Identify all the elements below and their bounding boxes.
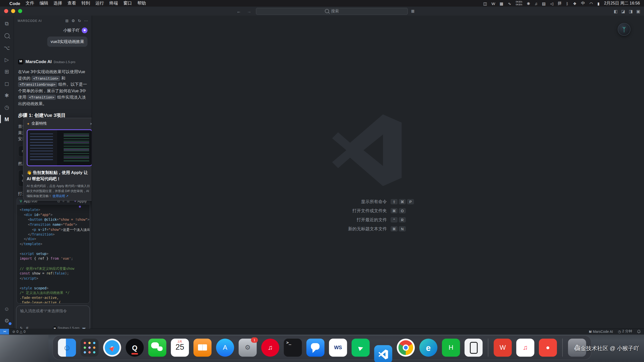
wechat-input-icon: ▶ bbox=[352, 339, 370, 357]
floating-assistant-button[interactable]: ᛉ bbox=[618, 23, 631, 36]
zoom-window-button[interactable] bbox=[18, 9, 22, 13]
more-actions-icon[interactable]: ⋯ bbox=[84, 18, 88, 23]
dock-wps-red[interactable]: W bbox=[494, 339, 512, 357]
new-chat-icon[interactable]: ⊞ bbox=[65, 18, 69, 23]
code-line: import { ref } from 'vue'; bbox=[20, 257, 87, 261]
dock-calendar[interactable]: 2月25 bbox=[171, 339, 189, 357]
user-name: 小猴子吖 bbox=[63, 27, 79, 33]
toggle-panel-icon[interactable]: ◪ bbox=[621, 9, 625, 13]
remote-icon: ◻ bbox=[5, 80, 9, 86]
activitybar-extensions[interactable]: ⊞ bbox=[2, 66, 12, 77]
menubar-menu[interactable]: 帮助 bbox=[137, 1, 146, 6]
send-button[interactable]: ▶ bbox=[82, 325, 87, 329]
edge-icon: e bbox=[419, 339, 437, 357]
dock-wechat[interactable] bbox=[148, 339, 166, 357]
menubar-menu[interactable]: 窗口 bbox=[123, 1, 132, 6]
activitybar-history[interactable]: ◷ bbox=[2, 102, 12, 112]
activitybar-run-debug[interactable]: ▷ bbox=[2, 54, 12, 65]
dock-chrome[interactable] bbox=[397, 339, 415, 357]
dock-app-store[interactable]: A bbox=[216, 339, 234, 357]
dock-wechat-input[interactable]: ▶ bbox=[352, 339, 370, 357]
screen-mirror-icon[interactable]: ◫ bbox=[483, 1, 487, 6]
close-icon[interactable]: × bbox=[90, 121, 92, 126]
menubar-menu[interactable]: 编辑 bbox=[39, 1, 48, 6]
docs-link[interactable]: 使用说明 ↗ bbox=[53, 194, 68, 198]
menubar-clock[interactable]: 2月25日 周二 16:56 bbox=[604, 1, 640, 6]
dock-terminal[interactable]: >_ bbox=[284, 339, 302, 357]
activity-monitor-icon[interactable]: ∿ bbox=[508, 1, 511, 6]
dock-books[interactable] bbox=[193, 339, 212, 357]
remote-indicator-button[interactable]: >< bbox=[0, 329, 9, 335]
chat-history-icon[interactable]: ↻ bbox=[78, 18, 81, 23]
menubar-menu[interactable]: 查看 bbox=[67, 1, 76, 6]
command-center-search[interactable]: 搜索 bbox=[256, 8, 408, 15]
statusbar-marscode[interactable]: M MarsCode AI bbox=[589, 330, 613, 334]
search-icon bbox=[325, 9, 329, 13]
popup-title: 全新特性 bbox=[31, 121, 47, 126]
notifications-bell-icon[interactable] bbox=[637, 330, 641, 334]
activitybar-explorer[interactable]: ⧉ bbox=[2, 18, 12, 29]
context-hash-icon[interactable]: # bbox=[26, 326, 28, 329]
quick-command-icon[interactable]: ϟ bbox=[20, 326, 22, 329]
paw-icon[interactable]: ❋ bbox=[527, 1, 530, 6]
chat-input[interactable]: 输入消息或者"/"来选择指令 ϟ # M Doubao-1.5-pro ▶ bbox=[16, 305, 90, 329]
dock-system-settings[interactable]: ⚙1 bbox=[239, 339, 257, 357]
dock-iphone-mirroring[interactable] bbox=[465, 339, 483, 357]
wifi-icon[interactable]: ◠ bbox=[589, 1, 593, 6]
editor-area: 显示所有命令⇧⌘P打开文件或文件夹⌘O打开最近的文件⌃R新的无标题文本文件⌘N bbox=[92, 16, 644, 329]
key-cap: ⌘ bbox=[391, 208, 398, 213]
ime-zh-icon[interactable]: 中 bbox=[581, 1, 585, 6]
activitybar-remote[interactable]: ◻ bbox=[2, 78, 12, 88]
nav-back-button[interactable]: ← bbox=[234, 9, 244, 14]
activitybar-source-control[interactable]: ⌥ bbox=[2, 42, 12, 53]
dock-launchpad[interactable] bbox=[80, 339, 99, 357]
dock-safari[interactable]: ▶ bbox=[103, 339, 121, 357]
dock-edge[interactable]: e bbox=[419, 339, 437, 357]
control-center-icon[interactable]: ❖ bbox=[573, 1, 577, 6]
dock-red-app[interactable]: ● bbox=[539, 339, 557, 357]
toggle-secondary-sidebar-icon[interactable]: ◨ bbox=[629, 9, 633, 13]
code-line: </div> bbox=[20, 237, 87, 242]
app-menu[interactable]: Code bbox=[10, 1, 20, 6]
dock-vscode[interactable] bbox=[374, 339, 392, 357]
branch-icon: ⌥ bbox=[4, 44, 10, 51]
statusbar-timer[interactable]: ◷ 2 分钟 bbox=[618, 329, 632, 334]
dock-apple-music[interactable]: ♫ bbox=[516, 339, 534, 357]
dock-wps-office[interactable]: WS bbox=[329, 339, 347, 357]
activitybar-plugin[interactable]: ✱ bbox=[2, 90, 12, 101]
display-icon[interactable]: ▤ bbox=[542, 1, 546, 6]
dock-chat-blue[interactable] bbox=[306, 339, 325, 357]
close-window-button[interactable] bbox=[4, 9, 8, 13]
bluetooth-icon[interactable]: ᛒ bbox=[566, 1, 569, 6]
music-status-icon[interactable]: ♫ bbox=[535, 1, 538, 6]
nav-forward-button[interactable]: → bbox=[244, 9, 254, 14]
menubar-menu[interactable]: 文件 bbox=[26, 1, 34, 6]
activitybar-account[interactable]: ☺ bbox=[2, 303, 12, 314]
dock-music-red-circle[interactable]: ♫ bbox=[261, 339, 279, 357]
panel-settings-icon[interactable]: ⚙ bbox=[71, 18, 75, 23]
ime-pinyin-icon[interactable]: 拼 bbox=[558, 1, 562, 6]
menubar-menu[interactable]: 终端 bbox=[109, 1, 118, 6]
key-cap: ⌘ bbox=[391, 226, 398, 232]
problems-indicator[interactable]: ⊘0 △0 bbox=[12, 330, 25, 334]
volume-icon[interactable]: ◁ bbox=[550, 1, 553, 6]
toggle-primary-sidebar-icon[interactable]: ◧ bbox=[614, 9, 617, 13]
menubar-menu[interactable]: 选择 bbox=[54, 1, 62, 6]
menubar-menu[interactable]: 转到 bbox=[82, 1, 90, 6]
battery-icon[interactable]: ▮ bbox=[597, 1, 600, 6]
shortcut-label: 打开文件或文件夹 bbox=[322, 208, 387, 214]
menubar-menu[interactable]: 运行 bbox=[95, 1, 104, 6]
minimize-window-button[interactable] bbox=[11, 9, 15, 13]
dock-finder[interactable]: ☺ bbox=[58, 339, 76, 357]
grid-icon[interactable]: ▦ bbox=[500, 1, 503, 6]
model-selector[interactable]: M Doubao-1.5-pro bbox=[53, 326, 79, 329]
activitybar-settings[interactable]: ⚙ bbox=[2, 315, 12, 326]
activitybar-search[interactable] bbox=[2, 30, 12, 41]
dock-qq[interactable]: Q bbox=[126, 339, 144, 357]
activitybar-marscode[interactable]: M bbox=[2, 114, 12, 124]
customize-layout-icon[interactable]: ▣ bbox=[636, 9, 640, 13]
chat-blue-icon bbox=[306, 339, 325, 357]
wechat-status-icon[interactable]: W bbox=[492, 1, 495, 6]
layout-dropdown-icon[interactable]: ▦ bbox=[411, 9, 415, 13]
dock-hbuilderx[interactable]: H bbox=[442, 339, 460, 357]
